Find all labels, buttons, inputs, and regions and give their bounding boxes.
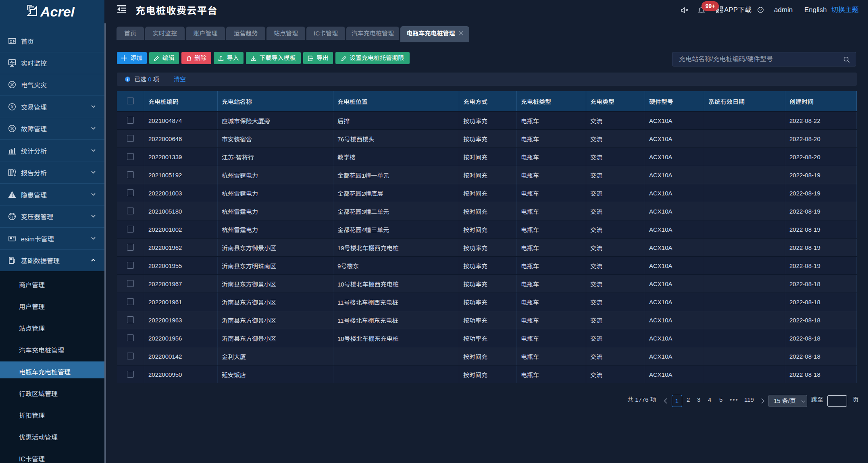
svg-text:¥: ¥ (10, 104, 14, 109)
svg-text:?: ? (760, 8, 762, 12)
